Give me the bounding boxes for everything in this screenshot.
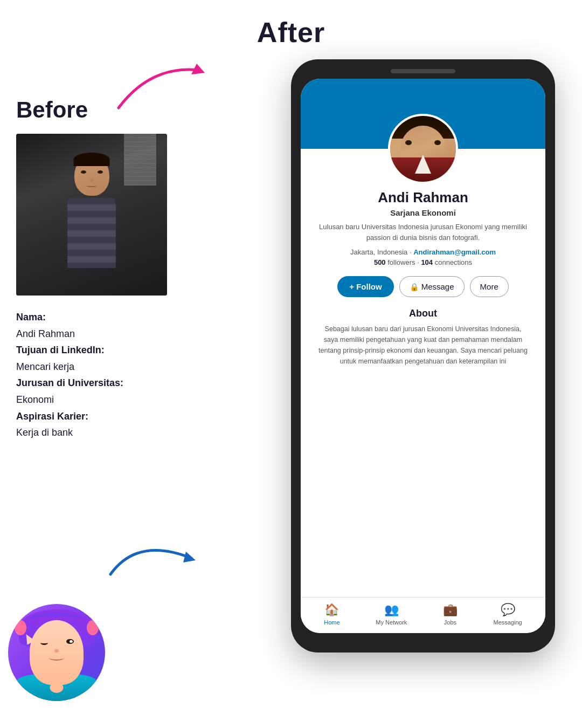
bottom-nav: 🏠 Home 👥 My Network 💼 Jobs 💬 Messaging [301, 597, 545, 633]
nav-my-network[interactable]: 👥 My Network [376, 603, 407, 626]
profile-content[interactable]: Andi Rahman Sarjana Ekonomi Lulusan baru… [301, 149, 545, 597]
aspirasi-label: Aspirasi Karier: [16, 411, 88, 422]
info-section: Nama: Andi Rahman Tujuan di LinkedIn: Me… [16, 309, 189, 441]
page-title: After [0, 0, 582, 49]
jurusan-label: Jurusan di Universitas: [16, 377, 123, 388]
about-section: About Sebagai lulusan baru dari jurusan … [311, 308, 535, 367]
mascot [8, 604, 116, 717]
nav-home-label: Home [324, 619, 340, 626]
home-icon: 🏠 [324, 603, 339, 617]
profile-stats: 500 followers · 104 connections [311, 258, 535, 266]
jobs-icon: 💼 [443, 603, 458, 617]
follow-button[interactable]: + Follow [337, 276, 393, 297]
network-icon: 👥 [384, 603, 399, 617]
phone-notch [391, 69, 455, 73]
phone-screen: Andi Rahman Sarjana Ekonomi Lulusan baru… [301, 79, 545, 633]
profile-location-email: Jakarta, Indonesia · Andirahman@gmail.co… [311, 248, 535, 256]
profile-name: Andi Rahman [311, 189, 535, 206]
profile-bio: Lulusan baru Universitas Indonesia jurus… [311, 222, 535, 243]
before-label: Before [16, 97, 189, 123]
nav-home[interactable]: 🏠 Home [324, 603, 340, 626]
nav-jobs-label: Jobs [444, 619, 456, 626]
tujuan-value: Mencari kerja [16, 361, 74, 372]
tujuan-label: Tujuan di LinkedIn: [16, 345, 105, 355]
about-text: Sebagai lulusan baru dari jurusan Ekonom… [317, 324, 529, 367]
jurusan-value: Ekonomi [16, 394, 54, 405]
before-section: Before [16, 65, 189, 441]
profile-title: Sarjana Ekonomi [311, 208, 535, 217]
profile-avatar [388, 114, 458, 184]
profile-email-link[interactable]: Andirahman@gmail.com [413, 248, 496, 256]
more-button[interactable]: More [470, 276, 509, 297]
linkedin-header [301, 79, 545, 149]
nama-value: Andi Rahman [16, 328, 75, 339]
blue-arrow-icon [100, 531, 202, 590]
message-button[interactable]: 🔒 Message [399, 276, 465, 297]
phone-mockup: Andi Rahman Sarjana Ekonomi Lulusan baru… [291, 59, 555, 653]
svg-marker-1 [183, 552, 196, 562]
action-buttons: + Follow 🔒 Message More [311, 276, 535, 297]
aspirasi-value: Kerja di bank [16, 427, 73, 438]
nav-messaging-label: Messaging [493, 619, 522, 626]
messaging-icon: 💬 [501, 603, 515, 617]
before-photo [16, 134, 167, 296]
nav-messaging[interactable]: 💬 Messaging [493, 603, 522, 626]
nav-network-label: My Network [376, 619, 407, 626]
nama-label: Nama: [16, 312, 46, 322]
about-title: About [317, 308, 529, 319]
lock-icon: 🔒 [410, 283, 419, 291]
nav-jobs[interactable]: 💼 Jobs [443, 603, 458, 626]
